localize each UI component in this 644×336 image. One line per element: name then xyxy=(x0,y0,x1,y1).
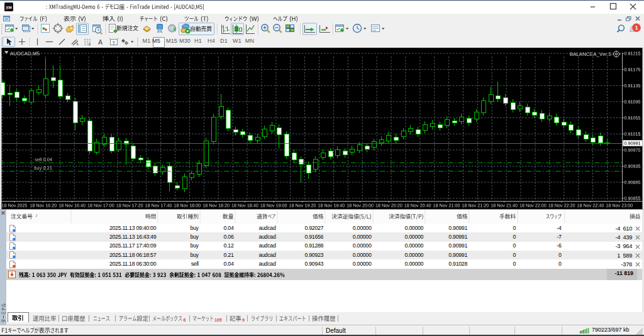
svg-text:A: A xyxy=(98,38,103,46)
svg-text:F: F xyxy=(89,43,91,46)
svg-text:1: 1 xyxy=(635,24,638,31)
svg-text:T: T xyxy=(113,41,116,45)
